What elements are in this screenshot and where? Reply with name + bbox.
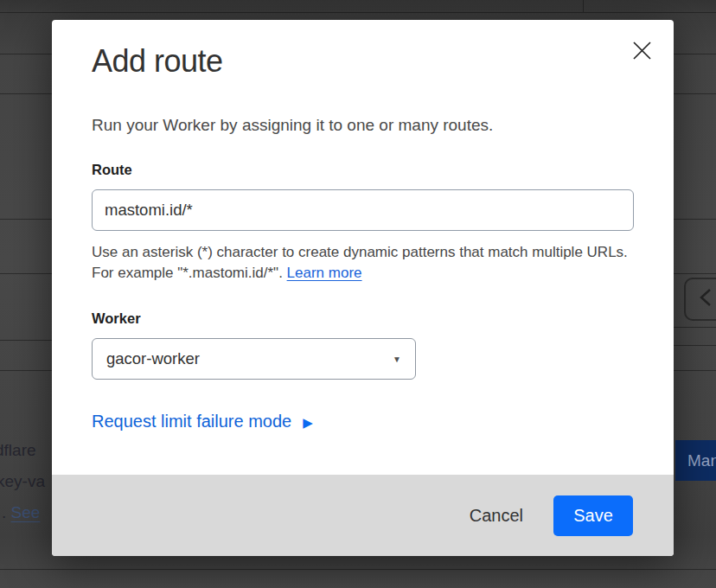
worker-select[interactable]: gacor-worker ▼ (92, 338, 416, 380)
dialog-title: Add route (92, 46, 634, 77)
route-field-label: Route (92, 162, 634, 178)
table-row-divider (0, 340, 52, 341)
table-row-divider (674, 327, 716, 328)
background-manage-button: Man (675, 440, 716, 481)
route-input[interactable] (92, 189, 634, 231)
close-button[interactable] (628, 38, 655, 66)
table-row-divider (0, 569, 716, 570)
background-pagination-previous-button (684, 278, 716, 321)
disclosure-triangle-right-icon: ▶ (303, 415, 313, 431)
learn-more-link[interactable]: Learn more (287, 265, 362, 281)
request-limit-failure-mode-label: Request limit failure mode (92, 412, 291, 431)
background-see-link: See (11, 503, 41, 521)
table-row-divider (674, 345, 716, 346)
close-icon (632, 41, 652, 63)
dialog-footer: Cancel Save (52, 475, 674, 556)
chevron-left-icon (699, 288, 713, 310)
worker-select-value: gacor-worker (106, 349, 200, 368)
worker-field-label: Worker (92, 310, 634, 327)
table-row-divider (0, 12, 716, 13)
background-text-see: . See (2, 503, 40, 522)
route-help-text: Use an asterisk (*) character to create … (92, 242, 631, 284)
background-text-prefix: . (2, 503, 11, 521)
save-button[interactable]: Save (553, 495, 633, 536)
background-text-cloudflare: dflare (0, 441, 36, 460)
request-limit-failure-mode-toggle[interactable]: Request limit failure mode ▶ (92, 412, 313, 431)
background-manage-button-label: Man (687, 451, 716, 470)
cancel-button[interactable]: Cancel (470, 506, 523, 526)
background-text-key-value: key-va (0, 472, 45, 491)
caret-down-icon: ▼ (393, 355, 401, 364)
dialog-description: Run your Worker by assigning it to one o… (92, 116, 634, 135)
table-column-divider (583, 0, 584, 12)
add-route-dialog: Add route Run your Worker by assigning i… (52, 20, 674, 556)
